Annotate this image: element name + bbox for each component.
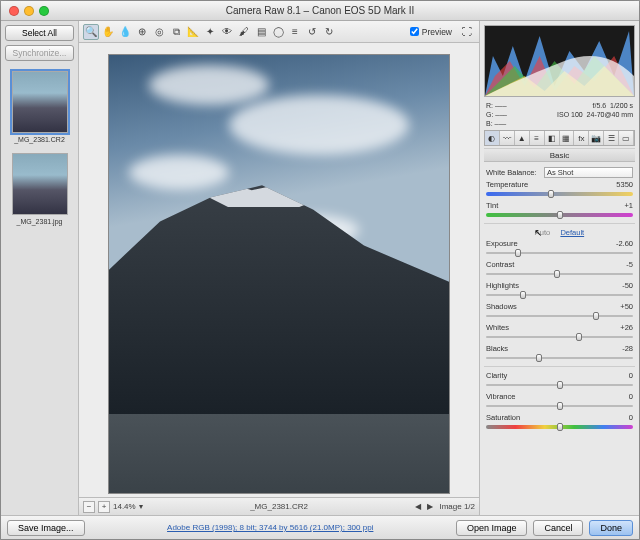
- thumbnail-image: [12, 71, 68, 133]
- tab-fx-icon[interactable]: fx: [574, 131, 589, 145]
- filmstrip: Select All Synchronize... _MG_2381.CR2 _…: [1, 21, 79, 515]
- save-image-button[interactable]: Save Image...: [7, 520, 85, 536]
- canvas-area[interactable]: [79, 43, 479, 497]
- cursor-icon: ↖: [534, 227, 542, 238]
- statusbar: − + 14.4% ▾ _MG_2381.CR2 ◀ ▶ Image 1/2: [79, 497, 479, 515]
- workflow-options-link[interactable]: Adobe RGB (1998); 8 bit; 3744 by 5616 (2…: [91, 523, 450, 532]
- temperature-value[interactable]: 5350: [616, 180, 633, 189]
- image-preview: [109, 55, 449, 493]
- default-link[interactable]: Default: [560, 228, 584, 237]
- open-image-button[interactable]: Open Image: [456, 520, 528, 536]
- footer: Save Image... Adobe RGB (1998); 8 bit; 3…: [1, 515, 639, 539]
- contrast-value[interactable]: -5: [626, 260, 633, 269]
- saturation-slider[interactable]: Saturation0: [486, 413, 633, 431]
- current-filename: _MG_2381.CR2: [149, 502, 410, 511]
- prev-image-button[interactable]: ◀: [415, 502, 421, 511]
- synchronize-button[interactable]: Synchronize...: [5, 45, 74, 61]
- tab-presets-icon[interactable]: ☰: [604, 131, 619, 145]
- whites-slider[interactable]: Whites+26: [486, 323, 633, 341]
- adjustments-panel: R: ––– f/5.6 1/200 s G: ––– ISO 100 24-7…: [479, 21, 639, 515]
- zoom-dropdown-icon[interactable]: ▾: [139, 502, 143, 511]
- saturation-value[interactable]: 0: [629, 413, 633, 422]
- crop-tool-icon[interactable]: ⧉: [168, 24, 184, 40]
- clarity-slider[interactable]: Clarity0: [486, 371, 633, 389]
- panel-body: White Balance: As Shot Temperature5350 T…: [480, 162, 639, 515]
- red-eye-tool-icon[interactable]: 👁: [219, 24, 235, 40]
- thumbnail-image: [12, 153, 68, 215]
- done-button[interactable]: Done: [589, 520, 633, 536]
- toolbar: 🔍 ✋ 💧 ⊕ ◎ ⧉ 📐 ✦ 👁 🖌 ▤ ◯ ≡ ↺ ↻ Preview: [79, 21, 479, 43]
- tab-detail-icon[interactable]: ▲: [515, 131, 530, 145]
- targeted-adjustment-tool-icon[interactable]: ◎: [151, 24, 167, 40]
- rotate-ccw-icon[interactable]: ↺: [304, 24, 320, 40]
- cancel-button[interactable]: Cancel: [533, 520, 583, 536]
- spot-removal-tool-icon[interactable]: ✦: [202, 24, 218, 40]
- thumbnail-1[interactable]: _MG_2381.CR2: [5, 71, 74, 143]
- zoom-out-button[interactable]: −: [83, 501, 95, 513]
- zoom-in-button[interactable]: +: [98, 501, 110, 513]
- whites-value[interactable]: +26: [620, 323, 633, 332]
- thumbnail-label: _MG_2381.jpg: [17, 218, 63, 225]
- thumbnail-2[interactable]: _MG_2381.jpg: [5, 153, 74, 225]
- panel-tabs: ◐ 〰 ▲ ≡ ◧ ▦ fx 📷 ☰ ▭: [484, 130, 635, 146]
- shadows-slider[interactable]: Shadows+50: [486, 302, 633, 320]
- zoom-tool-icon[interactable]: 🔍: [83, 24, 99, 40]
- center-column: 🔍 ✋ 💧 ⊕ ◎ ⧉ 📐 ✦ 👁 🖌 ▤ ◯ ≡ ↺ ↻ Preview: [79, 21, 479, 515]
- camera-raw-window: Camera Raw 8.1 – Canon EOS 5D Mark II Se…: [0, 0, 640, 540]
- tab-snapshots-icon[interactable]: ▭: [619, 131, 634, 145]
- tab-split-icon[interactable]: ◧: [545, 131, 560, 145]
- radial-filter-tool-icon[interactable]: ◯: [270, 24, 286, 40]
- adjustment-brush-tool-icon[interactable]: 🖌: [236, 24, 252, 40]
- white-balance-tool-icon[interactable]: 💧: [117, 24, 133, 40]
- next-image-button[interactable]: ▶: [427, 502, 433, 511]
- zoom-icon[interactable]: [39, 6, 49, 16]
- tab-curve-icon[interactable]: 〰: [500, 131, 515, 145]
- contrast-slider[interactable]: Contrast-5: [486, 260, 633, 278]
- highlights-slider[interactable]: Highlights-50: [486, 281, 633, 299]
- shadows-value[interactable]: +50: [620, 302, 633, 311]
- exposure-value[interactable]: -2.60: [616, 239, 633, 248]
- exif-row-2: G: ––– ISO 100 24-70@40 mm: [480, 110, 639, 119]
- tint-value[interactable]: +1: [624, 201, 633, 210]
- blacks-value[interactable]: -28: [622, 344, 633, 353]
- graduated-filter-tool-icon[interactable]: ▤: [253, 24, 269, 40]
- select-all-button[interactable]: Select All: [5, 25, 74, 41]
- temperature-slider[interactable]: Temperature5350: [486, 180, 633, 198]
- titlebar: Camera Raw 8.1 – Canon EOS 5D Mark II: [1, 1, 639, 21]
- tab-basic-icon[interactable]: ◐: [485, 131, 500, 145]
- thumbnail-label: _MG_2381.CR2: [14, 136, 65, 143]
- clarity-value[interactable]: 0: [629, 371, 633, 380]
- vibrance-slider[interactable]: Vibrance0: [486, 392, 633, 410]
- straighten-tool-icon[interactable]: 📐: [185, 24, 201, 40]
- tint-slider[interactable]: Tint+1: [486, 201, 633, 219]
- color-sampler-tool-icon[interactable]: ⊕: [134, 24, 150, 40]
- minimize-icon[interactable]: [24, 6, 34, 16]
- rotate-cw-icon[interactable]: ↻: [321, 24, 337, 40]
- hand-tool-icon[interactable]: ✋: [100, 24, 116, 40]
- window-title: Camera Raw 8.1 – Canon EOS 5D Mark II: [1, 5, 639, 16]
- wb-label: White Balance:: [486, 168, 540, 177]
- preferences-tool-icon[interactable]: ≡: [287, 24, 303, 40]
- close-icon[interactable]: [9, 6, 19, 16]
- fullscreen-icon[interactable]: ⛶: [459, 24, 475, 40]
- exif-row-3: B: –––: [480, 119, 639, 128]
- image-counter: Image 1/2: [439, 502, 475, 511]
- exif-row-1: R: ––– f/5.6 1/200 s: [480, 101, 639, 110]
- panel-title: Basic: [484, 148, 635, 162]
- content-area: Select All Synchronize... _MG_2381.CR2 _…: [1, 21, 639, 515]
- tab-camera-icon[interactable]: 📷: [589, 131, 604, 145]
- tab-lens-icon[interactable]: ▦: [560, 131, 575, 145]
- preview-checkbox[interactable]: [410, 27, 419, 36]
- blacks-slider[interactable]: Blacks-28: [486, 344, 633, 362]
- histogram[interactable]: [484, 25, 635, 97]
- vibrance-value[interactable]: 0: [629, 392, 633, 401]
- window-controls: [1, 6, 49, 16]
- zoom-level: 14.4%: [113, 502, 136, 511]
- preview-toggle[interactable]: Preview: [410, 27, 452, 37]
- tab-hsl-icon[interactable]: ≡: [530, 131, 545, 145]
- preview-label: Preview: [422, 27, 452, 37]
- highlights-value[interactable]: -50: [622, 281, 633, 290]
- wb-select[interactable]: As Shot: [544, 167, 633, 178]
- exposure-slider[interactable]: Exposure-2.60: [486, 239, 633, 257]
